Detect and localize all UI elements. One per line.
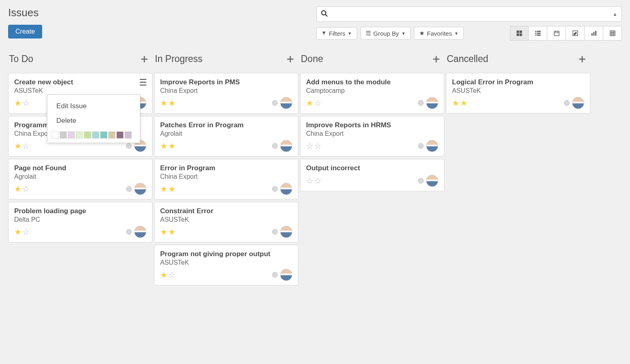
- kanban-card[interactable]: Improve Reports in HRMSChina Export☆☆: [300, 116, 444, 156]
- star-icon[interactable]: ★: [160, 98, 167, 108]
- color-swatch[interactable]: [51, 131, 59, 139]
- kanban-card[interactable]: Problem loading pageDelta PC★☆: [8, 202, 152, 242]
- view-pivot-button[interactable]: [603, 26, 622, 41]
- star-icon[interactable]: ★: [160, 184, 167, 194]
- view-calendar-button[interactable]: [547, 26, 566, 41]
- color-swatch[interactable]: [84, 131, 91, 139]
- color-swatch[interactable]: [76, 131, 83, 139]
- assignee-avatar[interactable]: [134, 226, 146, 238]
- star-icon[interactable]: ☆: [168, 270, 176, 280]
- kanban-state-dot[interactable]: [126, 186, 132, 192]
- priority-stars[interactable]: ★★: [160, 184, 176, 194]
- star-icon[interactable]: ★: [306, 98, 313, 108]
- star-icon[interactable]: ☆: [22, 98, 30, 108]
- search-input[interactable]: [328, 11, 613, 18]
- color-swatch[interactable]: [92, 131, 99, 139]
- kanban-card[interactable]: Output incorrect☆☆: [300, 159, 444, 191]
- star-icon[interactable]: ★: [168, 98, 176, 108]
- priority-stars[interactable]: ★☆: [14, 98, 30, 108]
- star-icon[interactable]: ★: [168, 227, 176, 237]
- assignee-avatar[interactable]: [280, 226, 292, 238]
- star-icon[interactable]: ☆: [314, 176, 321, 186]
- kanban-state-dot[interactable]: [272, 186, 278, 192]
- kanban-card[interactable]: Improve Reports in PMSChina Export★★: [154, 73, 298, 113]
- kanban-state-dot[interactable]: [126, 143, 132, 149]
- favorites-button[interactable]: ★ Favorites ▼: [414, 27, 464, 40]
- star-icon[interactable]: ★: [14, 141, 21, 151]
- assignee-avatar[interactable]: [426, 175, 438, 187]
- star-icon[interactable]: ★: [452, 98, 459, 108]
- create-button[interactable]: Create: [8, 25, 42, 39]
- kanban-card[interactable]: Constraint ErrorASUSTeK★★: [154, 202, 298, 242]
- priority-stars[interactable]: ★☆: [306, 98, 321, 108]
- priority-stars[interactable]: ★☆: [14, 184, 30, 194]
- assignee-avatar[interactable]: [280, 183, 292, 195]
- assignee-avatar[interactable]: [134, 183, 146, 195]
- assignee-avatar[interactable]: [280, 97, 292, 109]
- color-swatch[interactable]: [116, 131, 124, 139]
- ctx-delete[interactable]: Delete: [47, 113, 140, 128]
- star-icon[interactable]: ★: [168, 184, 176, 194]
- add-card-button[interactable]: ＋: [431, 51, 442, 66]
- kanban-state-dot[interactable]: [564, 100, 570, 106]
- priority-stars[interactable]: ★☆: [14, 141, 30, 151]
- star-icon[interactable]: ☆: [22, 184, 30, 194]
- groupby-button[interactable]: ☰ Group By ▼: [360, 27, 411, 40]
- filters-button[interactable]: Filters ▼: [316, 27, 357, 40]
- color-swatch[interactable]: [108, 131, 116, 139]
- kanban-state-dot[interactable]: [272, 272, 278, 278]
- priority-stars[interactable]: ☆☆: [306, 176, 321, 186]
- assignee-avatar[interactable]: [280, 140, 292, 152]
- kanban-state-dot[interactable]: [272, 100, 278, 106]
- view-form-button[interactable]: [566, 26, 585, 41]
- kanban-state-dot[interactable]: [418, 143, 424, 149]
- kanban-state-dot[interactable]: [418, 178, 424, 184]
- kanban-card[interactable]: Program not giving proper outputASUSTeK★…: [154, 245, 298, 285]
- kanban-state-dot[interactable]: [272, 143, 278, 149]
- star-icon[interactable]: ★: [168, 141, 176, 151]
- star-icon[interactable]: ★: [14, 98, 21, 108]
- star-icon[interactable]: ★: [14, 184, 21, 194]
- star-icon[interactable]: ★: [460, 98, 467, 108]
- star-icon[interactable]: ☆: [306, 141, 313, 151]
- assignee-avatar[interactable]: [572, 97, 584, 109]
- kanban-card[interactable]: Page not FoundAgrolait★☆: [8, 159, 152, 199]
- kanban-card[interactable]: Error in ProgramChina Export★★: [154, 159, 298, 199]
- add-card-button[interactable]: ＋: [139, 51, 150, 66]
- color-swatch[interactable]: [124, 131, 132, 139]
- priority-stars[interactable]: ★★: [160, 227, 176, 237]
- star-icon[interactable]: ☆: [314, 98, 321, 108]
- star-icon[interactable]: ☆: [22, 141, 30, 151]
- star-icon[interactable]: ★: [160, 227, 167, 237]
- priority-stars[interactable]: ★☆: [160, 270, 176, 280]
- star-icon[interactable]: ☆: [22, 227, 30, 237]
- kanban-card[interactable]: ☰Create new objectASUSTeK★☆Edit IssueDel…: [8, 73, 152, 113]
- star-icon[interactable]: ★: [160, 270, 167, 280]
- card-menu-icon[interactable]: ☰: [139, 77, 147, 88]
- assignee-avatar[interactable]: [426, 97, 438, 109]
- priority-stars[interactable]: ★★: [160, 98, 176, 108]
- star-icon[interactable]: ★: [160, 141, 167, 151]
- kanban-card[interactable]: Logical Error in ProgramASUSTeK★★: [446, 73, 590, 113]
- kanban-state-dot[interactable]: [126, 229, 132, 235]
- add-card-button[interactable]: ＋: [285, 51, 296, 66]
- color-swatch[interactable]: [60, 131, 67, 139]
- priority-stars[interactable]: ★★: [452, 98, 467, 108]
- color-swatch[interactable]: [68, 131, 75, 139]
- ctx-edit-issue[interactable]: Edit Issue: [47, 99, 140, 113]
- priority-stars[interactable]: ★☆: [14, 227, 30, 237]
- priority-stars[interactable]: ☆☆: [306, 141, 321, 151]
- search-expand-icon[interactable]: ▲: [613, 11, 617, 17]
- kanban-state-dot[interactable]: [418, 100, 424, 106]
- search-box[interactable]: ▲: [316, 6, 622, 22]
- kanban-state-dot[interactable]: [272, 229, 278, 235]
- star-icon[interactable]: ☆: [306, 176, 313, 186]
- view-kanban-button[interactable]: [510, 26, 529, 41]
- add-card-button[interactable]: ＋: [576, 51, 588, 66]
- priority-stars[interactable]: ★★: [160, 141, 176, 151]
- kanban-card[interactable]: Add menus to the moduleCamptocamp★☆: [300, 73, 444, 113]
- star-icon[interactable]: ★: [14, 227, 21, 237]
- kanban-card[interactable]: Patches Error in ProgramAgrolait★★: [154, 116, 298, 156]
- view-graph-button[interactable]: [585, 26, 603, 41]
- star-icon[interactable]: ☆: [314, 141, 321, 151]
